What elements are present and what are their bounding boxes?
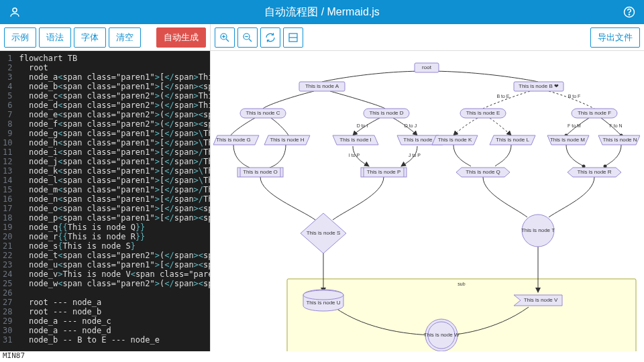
svg-text:This is node U: This is node U	[306, 300, 340, 306]
svg-text:This is node I: This is node I	[339, 137, 372, 143]
svg-text:J to P: J to P	[409, 153, 421, 158]
svg-text:F to N: F to N	[609, 123, 622, 128]
svg-text:sub: sub	[458, 282, 465, 286]
line-gutter: 1234567891011121314151617181920212223242…	[0, 51, 16, 351]
layout-icon[interactable]	[283, 27, 303, 48]
svg-rect-13	[287, 279, 636, 351]
svg-text:This is node H: This is node H	[270, 137, 304, 143]
svg-text:D to I: D to I	[357, 123, 368, 128]
zoom-out-icon[interactable]	[237, 27, 258, 48]
generate-button[interactable]: 自动生成	[156, 27, 206, 48]
svg-text:root: root	[422, 64, 432, 70]
export-button[interactable]: 导出文件	[590, 27, 640, 48]
svg-text:This is node V: This is node V	[524, 297, 558, 303]
editor-panel: 示例 语法 字体 清空 自动生成 12345678910111213141516…	[0, 24, 211, 351]
svg-text:I to P: I to P	[349, 153, 360, 158]
refresh-icon[interactable]	[260, 27, 280, 48]
svg-text:This is node T: This is node T	[521, 227, 555, 233]
preview-panel: 导出文件 sub B to E B to F D to	[211, 24, 644, 351]
svg-text:This is node R: This is node R	[577, 169, 611, 175]
svg-point-2	[629, 14, 629, 15]
status-bar: MIN87	[0, 351, 644, 362]
svg-text:This is node D: This is node D	[369, 110, 403, 116]
zoom-in-icon[interactable]	[215, 27, 235, 48]
svg-text:This is node N: This is node N	[602, 137, 637, 143]
code-editor[interactable]: 1234567891011121314151617181920212223242…	[0, 51, 210, 351]
editor-toolbar: 示例 语法 字体 清空 自动生成	[0, 24, 210, 51]
clear-button[interactable]: 清空	[109, 27, 141, 48]
svg-text:This is node A: This is node A	[305, 83, 339, 89]
font-button[interactable]: 字体	[74, 27, 106, 48]
svg-text:This is node M: This is node M	[550, 137, 585, 143]
help-icon[interactable]	[623, 5, 636, 19]
svg-text:This is node C: This is node C	[246, 110, 280, 116]
svg-point-0	[13, 8, 17, 12]
svg-text:This is node Q: This is node Q	[466, 169, 500, 175]
svg-line-8	[249, 39, 252, 42]
svg-text:This is node P: This is node P	[367, 169, 401, 175]
svg-text:This is node L: This is node L	[496, 137, 529, 143]
diagram-canvas[interactable]: sub B to E B to F D to I D to J F to M F…	[211, 51, 644, 351]
app-header: 自动流程图 / Mermaid.js	[0, 0, 644, 24]
svg-text:This is node W: This is node W	[424, 332, 460, 338]
mermaid-diagram: sub B to E B to F D to I D to J F to M F…	[213, 54, 640, 351]
svg-text:D to J: D to J	[405, 123, 417, 128]
user-icon[interactable]	[8, 5, 21, 19]
svg-text:F to M: F to M	[568, 123, 581, 128]
svg-text:This is node J: This is node J	[403, 137, 436, 143]
example-button[interactable]: 示例	[4, 27, 36, 48]
svg-text:This is node O: This is node O	[243, 169, 278, 175]
svg-line-4	[226, 39, 229, 42]
svg-text:This is node F: This is node F	[578, 110, 611, 116]
preview-toolbar: 导出文件	[211, 24, 644, 51]
code-content[interactable]: flowchart TB root node_a<span class="par…	[16, 51, 210, 351]
main-area: 示例 语法 字体 清空 自动生成 12345678910111213141516…	[0, 24, 644, 351]
syntax-button[interactable]: 语法	[39, 27, 71, 48]
svg-text:This is node E: This is node E	[466, 110, 500, 116]
svg-point-69	[303, 290, 343, 300]
svg-text:This is node S: This is node S	[307, 230, 341, 236]
app-title: 自动流程图 / Mermaid.js	[21, 5, 623, 19]
svg-text:This is node K: This is node K	[438, 137, 472, 143]
svg-text:This is node G: This is node G	[216, 137, 251, 143]
svg-text:This is node B ❤: This is node B ❤	[519, 83, 559, 89]
svg-text:B to F: B to F	[568, 94, 581, 99]
svg-text:B to E: B to E	[496, 94, 509, 99]
